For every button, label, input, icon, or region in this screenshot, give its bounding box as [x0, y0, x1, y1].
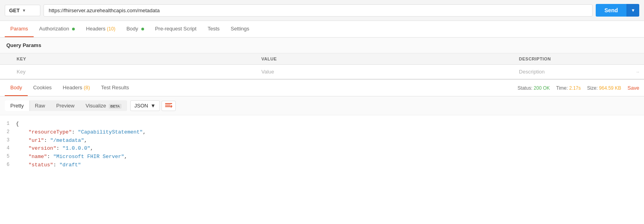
col-description: DESCRIPTION — [514, 53, 632, 65]
code-area: 1 { 2 "resourceType": "CapabilityStateme… — [0, 115, 644, 174]
top-bar: GET ▼ Send ▼ — [0, 0, 644, 21]
row-checkbox[interactable] — [0, 65, 12, 79]
params-table: KEY VALUE DESCRIPTION Key Value Descript… — [0, 53, 644, 79]
method-label: GET — [9, 8, 20, 13]
request-tabs: Params Authorization Headers (10) Body P… — [0, 21, 644, 38]
send-btn-group: Send ▼ — [596, 4, 639, 17]
query-params-title: Query Params — [0, 38, 644, 53]
format-select-arrow-icon: ▼ — [150, 103, 156, 109]
body-dot — [141, 28, 144, 30]
status-label: Status: 200 OK — [518, 85, 550, 91]
method-select[interactable]: GET ▼ — [5, 5, 40, 16]
tab-settings[interactable]: Settings — [225, 21, 255, 37]
col-key: KEY — [12, 53, 256, 65]
tab-params[interactable]: Params — [5, 21, 34, 37]
method-chevron-icon: ▼ — [22, 8, 26, 13]
send-button[interactable]: Send — [596, 4, 627, 17]
response-meta: Status: 200 OK Time: 2.17s Size: 964.59 … — [518, 85, 639, 91]
response-section: Body Cookies Headers (8) Test Results St… — [0, 79, 644, 174]
resp-tab-cookies[interactable]: Cookies — [28, 80, 57, 96]
table-row: Key Value Description ·· — [0, 65, 644, 79]
word-wrap-icon — [165, 103, 172, 109]
size-value: 964.59 KB — [599, 85, 621, 91]
status-value: 200 OK — [534, 85, 550, 91]
response-tabs-bar: Body Cookies Headers (8) Test Results St… — [0, 80, 644, 96]
row-description[interactable]: Description — [514, 65, 632, 79]
headers-badge: (10) — [107, 26, 115, 32]
send-arrow-button[interactable]: ▼ — [627, 4, 639, 17]
tab-headers[interactable]: Headers (10) — [80, 21, 121, 37]
beta-badge: BETA — [109, 104, 122, 109]
resp-tab-testresults[interactable]: Test Results — [95, 80, 135, 96]
col-value: VALUE — [256, 53, 514, 65]
col-check — [0, 53, 12, 65]
tab-prerequest[interactable]: Pre-request Script — [150, 21, 202, 37]
row-key[interactable]: Key — [12, 65, 256, 79]
tab-tests[interactable]: Tests — [202, 21, 225, 37]
row-value[interactable]: Value — [256, 65, 514, 79]
fmt-tab-pretty[interactable]: Pretty — [5, 100, 29, 111]
code-line-4: 4 "version": "1.0.0.0", — [0, 145, 644, 153]
code-line-2: 2 "resourceType": "CapabilityStatement", — [0, 128, 644, 137]
word-wrap-button[interactable] — [161, 101, 176, 111]
code-line-6: 6 "status": "draft" — [0, 161, 644, 169]
tab-body[interactable]: Body — [121, 21, 149, 37]
response-toolbar: Pretty Raw Preview Visualize BETA JSON ▼ — [0, 96, 644, 115]
save-link[interactable]: Save — [627, 85, 639, 91]
svg-rect-1 — [165, 105, 171, 105]
time-value: 2.17s — [569, 85, 581, 91]
format-select[interactable]: JSON ▼ — [130, 100, 160, 111]
tab-authorization[interactable]: Authorization — [34, 21, 81, 37]
format-tabs: Pretty Raw Preview Visualize BETA — [5, 100, 127, 111]
time-label: Time: 2.17s — [556, 85, 581, 91]
fmt-tab-visualize[interactable]: Visualize BETA — [80, 100, 127, 111]
col-actions — [632, 53, 644, 65]
fmt-tab-preview[interactable]: Preview — [51, 100, 80, 111]
row-actions: ·· — [632, 65, 644, 79]
resp-tab-body[interactable]: Body — [5, 80, 28, 96]
code-line-5: 5 "name": "Microsoft FHIR Server", — [0, 153, 644, 161]
url-input[interactable] — [44, 4, 593, 17]
resp-headers-badge: (8) — [84, 85, 90, 90]
fmt-tab-raw[interactable]: Raw — [29, 100, 51, 111]
resp-tab-headers[interactable]: Headers (8) — [57, 80, 96, 96]
svg-rect-0 — [165, 103, 172, 104]
code-line-3: 3 "url": "/metadata", — [0, 137, 644, 145]
code-line-1: 1 { — [0, 120, 644, 128]
authorization-dot — [72, 28, 75, 30]
size-label: Size: 964.59 KB — [587, 85, 621, 91]
